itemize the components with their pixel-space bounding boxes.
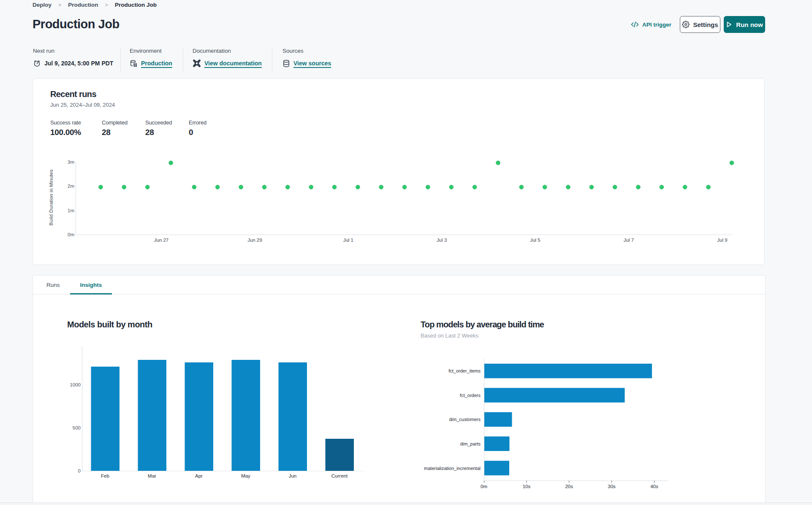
- svg-text:Jul 7: Jul 7: [624, 238, 634, 243]
- svg-text:Apr: Apr: [195, 473, 203, 478]
- svg-text:Jun: Jun: [289, 473, 297, 478]
- svg-text:May: May: [241, 473, 250, 478]
- svg-text:Jul 3: Jul 3: [437, 238, 447, 243]
- svg-text:40s: 40s: [650, 484, 658, 489]
- svg-text:30s: 30s: [608, 484, 616, 489]
- svg-text:1m: 1m: [68, 208, 74, 213]
- svg-text:0: 0: [78, 468, 81, 473]
- svg-text:3m: 3m: [68, 159, 74, 165]
- svg-text:Jul 9: Jul 9: [717, 238, 727, 243]
- svg-text:Feb: Feb: [101, 473, 109, 478]
- svg-text:Jun 27: Jun 27: [154, 238, 169, 243]
- svg-text:dim_parts: dim_parts: [460, 441, 481, 446]
- svg-text:20s: 20s: [565, 484, 573, 489]
- svg-text:Build Duration in Minutes: Build Duration in Minutes: [49, 170, 54, 226]
- svg-text:fct_order_items: fct_order_items: [448, 368, 481, 373]
- svg-text:2m: 2m: [68, 184, 74, 189]
- svg-text:Jul 5: Jul 5: [530, 238, 540, 243]
- svg-text:0m: 0m: [481, 484, 487, 489]
- svg-text:fct_orders: fct_orders: [460, 393, 481, 398]
- svg-text:500: 500: [73, 425, 81, 430]
- svg-text:Jun 29: Jun 29: [247, 238, 262, 243]
- svg-text:materialization_incremental: materialization_incremental: [424, 466, 481, 471]
- svg-text:0m: 0m: [68, 232, 74, 237]
- svg-text:Current: Current: [331, 473, 348, 478]
- svg-text:1000: 1000: [70, 382, 81, 387]
- svg-text:Jul 1: Jul 1: [343, 238, 353, 243]
- svg-text:Mar: Mar: [148, 473, 156, 478]
- svg-text:10s: 10s: [523, 484, 531, 489]
- svg-text:dim_customers: dim_customers: [449, 417, 481, 422]
